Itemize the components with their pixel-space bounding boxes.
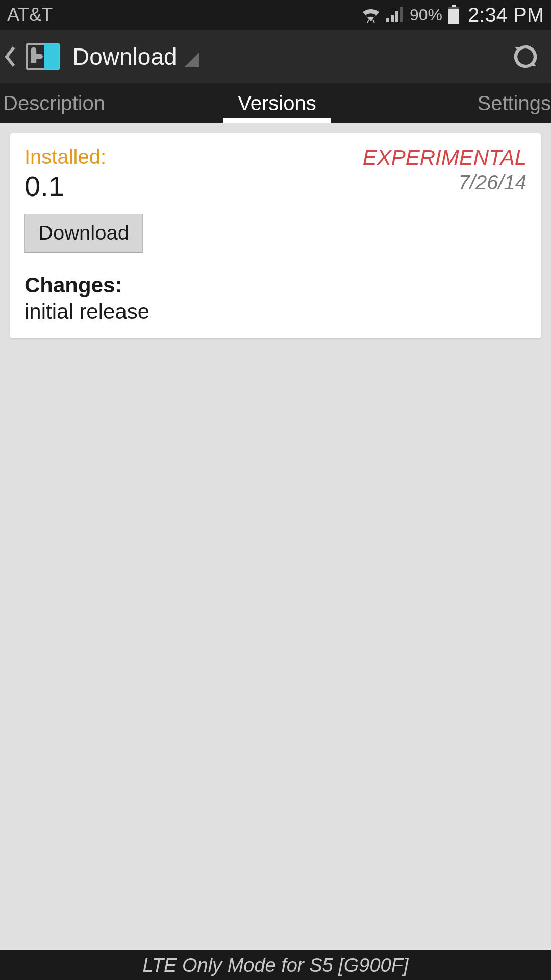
action-bar: Download (0, 30, 551, 83)
download-button[interactable]: Download (24, 214, 143, 253)
spinner-dropdown-icon[interactable] (184, 52, 199, 67)
status-right: 90% 2:34 PM (361, 4, 544, 27)
svg-rect-1 (391, 15, 394, 22)
svg-rect-3 (400, 7, 403, 22)
version-card: Installed: 0.1 EXPERIMENTAL 7/26/14 Down… (10, 133, 541, 338)
app-icon[interactable] (23, 41, 62, 72)
clock: 2:34 PM (468, 4, 544, 27)
version-number: 0.1 (24, 169, 106, 203)
tab-description[interactable]: Description (0, 83, 186, 123)
svg-rect-6 (448, 7, 459, 9)
signal-icon (386, 7, 405, 22)
bottom-ticker: LTE Only Mode for S5 [G900F] (0, 950, 551, 980)
ticker-text: LTE Only Mode for S5 [G900F] (143, 954, 409, 976)
carrier-label: AT&T (7, 4, 53, 26)
installed-label: Installed: (24, 145, 106, 168)
battery-percent: 90% (410, 6, 442, 24)
status-badge: EXPERIMENTAL (363, 145, 527, 170)
page-title[interactable]: Download (72, 43, 177, 70)
changes-text: initial release (24, 300, 527, 324)
tab-versions[interactable]: Versions (186, 83, 368, 123)
status-bar: AT&T 90% 2:34 PM (0, 0, 551, 30)
content-area: Installed: 0.1 EXPERIMENTAL 7/26/14 Down… (0, 123, 551, 950)
svg-rect-5 (448, 7, 459, 24)
wifi-icon (361, 6, 381, 23)
tab-bar: Description Versions Settings (0, 83, 551, 123)
svg-rect-0 (386, 18, 389, 22)
tab-settings[interactable]: Settings (368, 83, 551, 123)
refresh-button[interactable] (505, 36, 546, 77)
svg-rect-8 (44, 44, 59, 69)
svg-rect-4 (452, 5, 456, 7)
back-button[interactable] (0, 46, 20, 67)
battery-icon (447, 5, 460, 24)
svg-rect-2 (395, 11, 398, 22)
release-date: 7/26/14 (363, 171, 527, 194)
changes-label: Changes: (24, 273, 527, 298)
